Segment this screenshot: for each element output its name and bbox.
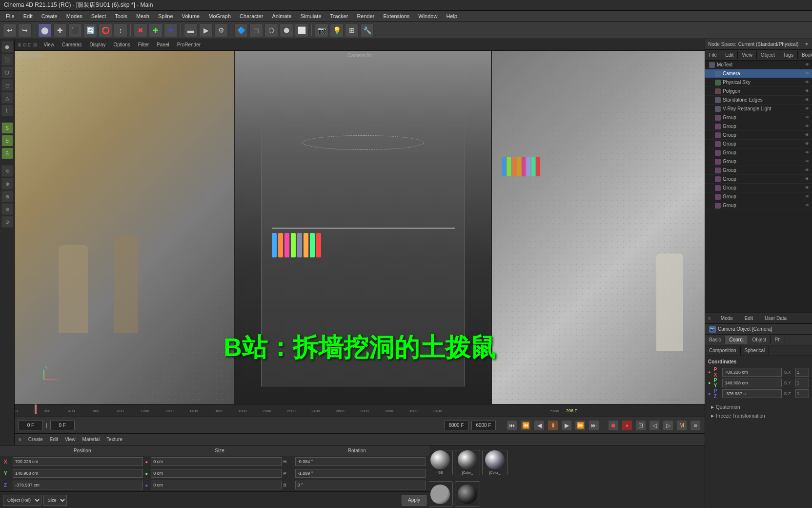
left-tool-8[interactable]: S [1, 135, 13, 147]
left-tool-4[interactable]: ◻ [1, 79, 13, 91]
vp-menu-display[interactable]: Display [87, 41, 109, 48]
menu-mesh[interactable]: Mesh [132, 12, 153, 20]
input-pz[interactable] [722, 389, 782, 398]
tree-item-11[interactable]: Group👁 [705, 157, 812, 166]
pause-btn[interactable]: ⏸ [548, 420, 558, 431]
tree-eye-3[interactable]: 👁 [805, 89, 810, 94]
select-tool-btn[interactable]: ⬤ [38, 23, 52, 37]
menu-window[interactable]: Window [414, 12, 441, 20]
left-tool-9[interactable]: S [1, 148, 13, 159]
key-btn[interactable]: ⊡ [635, 420, 646, 431]
tree-eye-14[interactable]: 👁 [805, 186, 810, 190]
tab-file[interactable]: File [705, 51, 721, 59]
menu-file[interactable]: File [2, 12, 19, 20]
menu-character[interactable]: Character [236, 12, 267, 20]
tree-item-10[interactable]: Group👁 [705, 148, 812, 157]
prop-tab-object[interactable]: Object [748, 336, 771, 344]
uvw-btn[interactable]: ⬜ [295, 23, 308, 37]
frame-offset-input[interactable] [50, 421, 75, 430]
input-sz[interactable] [795, 389, 809, 398]
quaternion-row[interactable]: ▶ Quaternion [708, 402, 809, 411]
next-key-btn[interactable]: ▷ [663, 420, 673, 431]
pos-z-input[interactable] [13, 481, 143, 489]
undo-btn[interactable]: ↩ [3, 23, 17, 37]
render-region-btn[interactable]: ▬ [184, 23, 198, 37]
material-swatch-15[interactable]: *6S [427, 450, 453, 475]
x-axis-btn[interactable]: ✖ [134, 23, 147, 37]
move-tool-btn[interactable]: ✚ [53, 23, 67, 37]
tree-eye-12[interactable]: 👁 [805, 168, 810, 173]
left-tool-14[interactable]: ⊙ [1, 216, 13, 228]
tree-eye-9[interactable]: 👁 [805, 142, 810, 147]
tab-edit[interactable]: Edit [721, 51, 738, 59]
vp-menu-view[interactable]: View [41, 41, 58, 48]
prop-tab-coord[interactable]: Coord. [725, 336, 748, 344]
menu-extensions[interactable]: Extensions [379, 12, 413, 20]
tree-eye-10[interactable]: 👁 [805, 150, 810, 155]
anim-btn[interactable]: ↕ [114, 23, 127, 37]
redo-btn[interactable]: ↪ [18, 23, 32, 37]
size-select[interactable]: Size [43, 495, 67, 506]
vp-menu-prorender[interactable]: ProRender [174, 41, 203, 48]
apply-button[interactable]: Apply [402, 495, 426, 506]
sub-tab-spherical[interactable]: Spherical [741, 346, 770, 355]
vp-menu-cameras[interactable]: Cameras [59, 41, 85, 48]
prop-tab-basic[interactable]: Basic [705, 336, 725, 344]
autokey-btn[interactable]: ● [622, 420, 632, 431]
left-tool-2[interactable]: ⬛ [1, 54, 13, 65]
material-swatch-r2-15[interactable] [427, 481, 453, 507]
next-btn[interactable]: ⏩ [575, 420, 586, 431]
vp-menu-filter[interactable]: Filter [135, 41, 152, 48]
menu-select[interactable]: Select [87, 12, 110, 20]
tree-item-2[interactable]: Physical Sky👁 [705, 78, 812, 87]
left-tool-5[interactable]: △ [1, 92, 13, 104]
tree-eye-4[interactable]: 👁 [805, 98, 810, 103]
input-sx[interactable] [795, 368, 809, 377]
tree-item-6[interactable]: Group👁 [705, 113, 812, 122]
tree-eye-7[interactable]: 👁 [805, 124, 810, 129]
point-mode-btn[interactable]: ⬡ [264, 23, 278, 37]
mode-button[interactable]: Mode [717, 315, 737, 322]
tree-item-5[interactable]: V-Ray Rectangle Light👁 [705, 105, 812, 113]
layers-btn[interactable]: ≡ [690, 420, 701, 431]
menu-mograph[interactable]: MoGraph [204, 12, 235, 20]
size-x-input[interactable] [151, 457, 281, 466]
show-axis-btn[interactable]: ⊞ [345, 23, 359, 37]
transform-tool-btn[interactable]: ⭕ [99, 23, 112, 37]
menu-help[interactable]: Help [442, 12, 461, 20]
menu-modes[interactable]: Modes [62, 12, 86, 20]
current-frame-input[interactable] [19, 421, 43, 430]
tree-item-15[interactable]: Group👁 [705, 192, 812, 201]
menu-simulate[interactable]: Simulate [297, 12, 325, 20]
mat-menu-create[interactable]: Create [26, 436, 45, 443]
tree-item-3[interactable]: Polygon👁 [705, 87, 812, 96]
left-tool-3[interactable]: ⬡ [1, 66, 13, 78]
tree-item-0[interactable]: MoText👁 [705, 61, 812, 69]
left-tool-6[interactable]: L [1, 105, 13, 116]
tree-item-14[interactable]: Group👁 [705, 184, 812, 192]
freeze-transform-row[interactable]: ▶ Freeze Transformation [708, 411, 809, 420]
total-frames2-input[interactable] [471, 421, 496, 430]
menu-create[interactable]: Create [38, 12, 61, 20]
tree-item-9[interactable]: Group👁 [705, 140, 812, 148]
left-tool-10[interactable]: ⟲ [1, 165, 13, 177]
record-btn[interactable]: ⏺ [608, 420, 619, 431]
userdata-button[interactable]: User Data [761, 315, 791, 322]
tools-btn[interactable]: 🔧 [360, 23, 374, 37]
rotate-tool-btn[interactable]: 🔄 [83, 23, 97, 37]
light-btn[interactable]: 💡 [330, 23, 344, 37]
mat-menu-texture[interactable]: Texture [104, 436, 124, 443]
input-sy[interactable] [795, 379, 809, 387]
size-y-input[interactable] [151, 469, 281, 478]
mat-menu-material[interactable]: Material [81, 436, 102, 443]
render-settings-btn[interactable]: ⚙ [214, 23, 228, 37]
tree-eye-15[interactable]: 👁 [805, 194, 810, 199]
menu-tools[interactable]: Tools [111, 12, 131, 20]
tree-item-8[interactable]: Group👁 [705, 131, 812, 140]
prev-frame-btn[interactable]: ⏪ [520, 420, 531, 431]
obj-rel-select[interactable]: Object (Rel) [3, 495, 41, 506]
tree-item-12[interactable]: Group👁 [705, 166, 812, 175]
material-swatch-17[interactable]: [Color_ [482, 450, 508, 475]
tree-eye-2[interactable]: 👁 [805, 80, 810, 85]
left-tool-1[interactable]: ⬢ [1, 41, 13, 53]
